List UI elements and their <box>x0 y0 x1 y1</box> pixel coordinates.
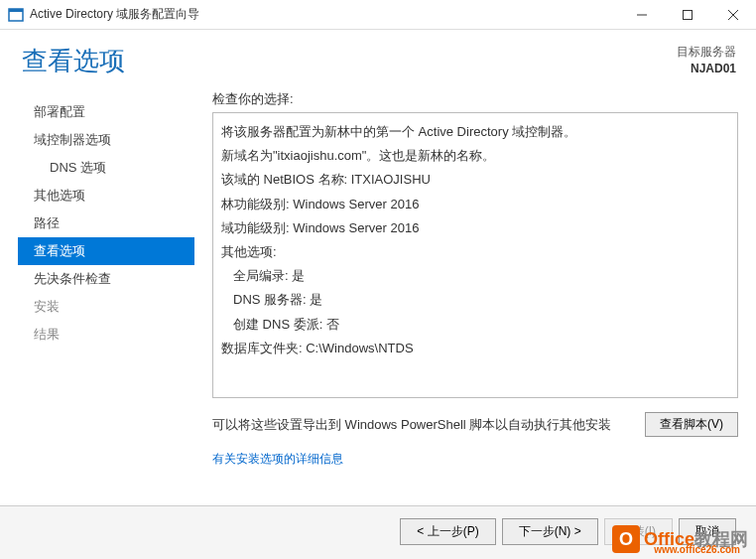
sidebar-item-8: 结果 <box>18 321 194 349</box>
check-label: 检查你的选择: <box>212 90 738 108</box>
install-button: 安装(I) <box>604 518 673 545</box>
sidebar-item-3[interactable]: 其他选项 <box>18 182 194 210</box>
titlebar: Active Directory 域服务配置向导 <box>0 0 756 30</box>
review-line-4: 域功能级别: Windows Server 2016 <box>221 219 729 237</box>
main-column: 检查你的选择: 将该服务器配置为新林中的第一个 Active Directory… <box>194 90 738 468</box>
target-label: 目标服务器 <box>677 44 736 61</box>
sidebar-item-0[interactable]: 部署配置 <box>18 98 194 126</box>
target-server-block: 目标服务器 NJAD01 <box>677 44 736 77</box>
view-script-button[interactable]: 查看脚本(V) <box>645 412 738 437</box>
app-icon <box>8 7 24 23</box>
more-info-link[interactable]: 有关安装选项的详细信息 <box>212 452 343 466</box>
body-row: 部署配置域控制器选项DNS 选项其他选项路径查看选项先决条件检查安装结果 检查你… <box>0 90 756 468</box>
page-heading: 查看选项 <box>22 44 677 78</box>
review-line-0: 将该服务器配置为新林中的第一个 Active Directory 域控制器。 <box>221 123 729 141</box>
next-button[interactable]: 下一步(N) > <box>502 518 598 545</box>
sidebar: 部署配置域控制器选项DNS 选项其他选项路径查看选项先决条件检查安装结果 <box>18 90 194 468</box>
more-info-row: 有关安装选项的详细信息 <box>212 449 738 468</box>
footer: < 上一步(P) 下一步(N) > 安装(I) 取消 <box>0 505 756 559</box>
sidebar-item-6[interactable]: 先决条件检查 <box>18 265 194 293</box>
review-line-7: DNS 服务器: 是 <box>221 291 729 309</box>
sidebar-item-7: 安装 <box>18 293 194 321</box>
review-line-2: 该域的 NetBIOS 名称: ITXIAOJISHU <box>221 171 729 189</box>
header-row: 查看选项 目标服务器 NJAD01 <box>0 30 756 90</box>
export-row: 可以将这些设置导出到 Windows PowerShell 脚本以自动执行其他安… <box>212 412 738 437</box>
svg-rect-3 <box>684 10 693 19</box>
export-text: 可以将这些设置导出到 Windows PowerShell 脚本以自动执行其他安… <box>212 416 635 434</box>
review-line-1: 新域名为"itxiaojishu.com"。这也是新林的名称。 <box>221 147 729 165</box>
review-line-3: 林功能级别: Windows Server 2016 <box>221 196 729 213</box>
sidebar-item-1[interactable]: 域控制器选项 <box>18 126 194 154</box>
review-line-8: 创建 DNS 委派: 否 <box>221 316 729 334</box>
review-textbox[interactable]: 将该服务器配置为新林中的第一个 Active Directory 域控制器。新域… <box>212 112 738 398</box>
minimize-button[interactable] <box>619 0 665 30</box>
review-line-6: 全局编录: 是 <box>221 267 729 285</box>
window-title: Active Directory 域服务配置向导 <box>30 6 619 23</box>
sidebar-item-5[interactable]: 查看选项 <box>18 237 194 265</box>
previous-button[interactable]: < 上一步(P) <box>400 518 495 545</box>
close-button[interactable] <box>710 0 756 30</box>
maximize-button[interactable] <box>665 0 710 30</box>
sidebar-item-4[interactable]: 路径 <box>18 210 194 237</box>
window-controls <box>619 0 756 30</box>
svg-rect-1 <box>9 9 23 12</box>
target-server-name: NJAD01 <box>677 61 736 77</box>
cancel-button[interactable]: 取消 <box>679 518 736 545</box>
review-line-5: 其他选项: <box>221 243 729 261</box>
sidebar-item-2[interactable]: DNS 选项 <box>18 154 194 182</box>
review-line-9: 数据库文件夹: C:\Windows\NTDS <box>221 340 729 357</box>
